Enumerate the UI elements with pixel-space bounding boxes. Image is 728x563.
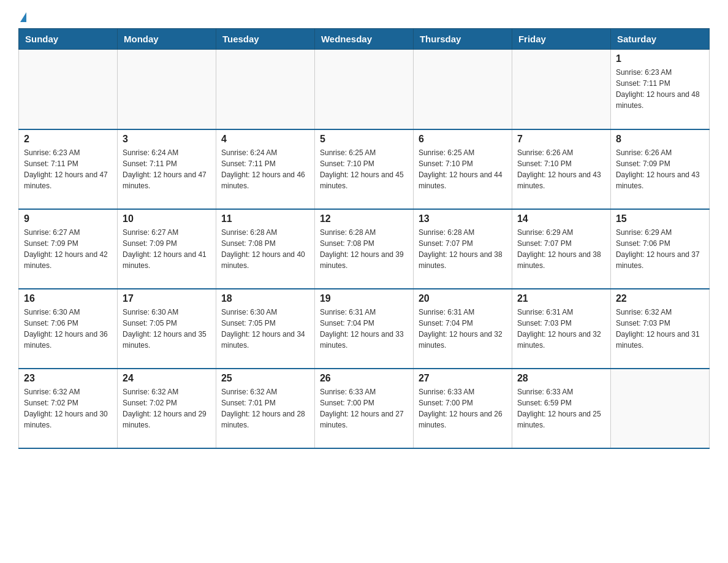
logo bbox=[18, 12, 26, 22]
calendar-day-cell: 20Sunrise: 6:31 AM Sunset: 7:04 PM Dayli… bbox=[413, 289, 512, 369]
calendar-day-cell: 26Sunrise: 6:33 AM Sunset: 7:00 PM Dayli… bbox=[314, 369, 413, 448]
day-number: 21 bbox=[517, 293, 605, 304]
day-number: 25 bbox=[221, 373, 309, 384]
calendar-day-cell: 3Sunrise: 6:24 AM Sunset: 7:11 PM Daylig… bbox=[117, 129, 216, 209]
day-info: Sunrise: 6:23 AM Sunset: 7:11 PM Dayligh… bbox=[24, 147, 112, 191]
day-info: Sunrise: 6:25 AM Sunset: 7:10 PM Dayligh… bbox=[419, 147, 507, 191]
calendar-day-cell: 14Sunrise: 6:29 AM Sunset: 7:07 PM Dayli… bbox=[512, 209, 610, 289]
day-info: Sunrise: 6:32 AM Sunset: 7:03 PM Dayligh… bbox=[616, 307, 704, 351]
calendar-day-cell bbox=[117, 50, 216, 129]
logo-triangle-icon bbox=[20, 12, 26, 22]
day-info: Sunrise: 6:23 AM Sunset: 7:11 PM Dayligh… bbox=[616, 67, 704, 111]
calendar-day-cell: 28Sunrise: 6:33 AM Sunset: 6:59 PM Dayli… bbox=[512, 369, 610, 448]
calendar-day-cell: 15Sunrise: 6:29 AM Sunset: 7:06 PM Dayli… bbox=[610, 209, 709, 289]
day-info: Sunrise: 6:24 AM Sunset: 7:11 PM Dayligh… bbox=[221, 147, 309, 191]
calendar-day-cell: 7Sunrise: 6:26 AM Sunset: 7:10 PM Daylig… bbox=[512, 129, 610, 209]
calendar-week-row: 1Sunrise: 6:23 AM Sunset: 7:11 PM Daylig… bbox=[19, 50, 710, 129]
day-of-week-header: Monday bbox=[117, 29, 216, 50]
calendar-day-cell: 24Sunrise: 6:32 AM Sunset: 7:02 PM Dayli… bbox=[117, 369, 216, 448]
day-info: Sunrise: 6:30 AM Sunset: 7:05 PM Dayligh… bbox=[123, 307, 211, 351]
day-info: Sunrise: 6:28 AM Sunset: 7:07 PM Dayligh… bbox=[419, 227, 507, 271]
calendar-week-row: 23Sunrise: 6:32 AM Sunset: 7:02 PM Dayli… bbox=[19, 369, 710, 448]
calendar-day-cell: 8Sunrise: 6:26 AM Sunset: 7:09 PM Daylig… bbox=[610, 129, 709, 209]
calendar-week-row: 2Sunrise: 6:23 AM Sunset: 7:11 PM Daylig… bbox=[19, 129, 710, 209]
day-number: 22 bbox=[616, 293, 704, 304]
day-number: 11 bbox=[221, 213, 309, 224]
day-info: Sunrise: 6:26 AM Sunset: 7:10 PM Dayligh… bbox=[517, 147, 605, 191]
day-number: 15 bbox=[616, 213, 704, 224]
day-number: 4 bbox=[221, 134, 309, 145]
calendar-day-cell bbox=[512, 50, 610, 129]
day-number: 26 bbox=[320, 373, 408, 384]
day-info: Sunrise: 6:29 AM Sunset: 7:06 PM Dayligh… bbox=[616, 227, 704, 271]
calendar-day-cell: 13Sunrise: 6:28 AM Sunset: 7:07 PM Dayli… bbox=[413, 209, 512, 289]
calendar-day-cell: 9Sunrise: 6:27 AM Sunset: 7:09 PM Daylig… bbox=[19, 209, 118, 289]
calendar-day-cell: 17Sunrise: 6:30 AM Sunset: 7:05 PM Dayli… bbox=[117, 289, 216, 369]
day-number: 1 bbox=[616, 53, 704, 64]
day-number: 18 bbox=[221, 293, 309, 304]
calendar-day-cell: 19Sunrise: 6:31 AM Sunset: 7:04 PM Dayli… bbox=[314, 289, 413, 369]
day-info: Sunrise: 6:31 AM Sunset: 7:04 PM Dayligh… bbox=[419, 307, 507, 351]
calendar-day-cell: 10Sunrise: 6:27 AM Sunset: 7:09 PM Dayli… bbox=[117, 209, 216, 289]
day-info: Sunrise: 6:33 AM Sunset: 7:00 PM Dayligh… bbox=[419, 386, 507, 431]
day-info: Sunrise: 6:33 AM Sunset: 7:00 PM Dayligh… bbox=[320, 386, 408, 431]
day-number: 5 bbox=[320, 134, 408, 145]
day-of-week-header: Sunday bbox=[19, 29, 118, 50]
calendar-day-cell: 27Sunrise: 6:33 AM Sunset: 7:00 PM Dayli… bbox=[413, 369, 512, 448]
day-number: 16 bbox=[24, 293, 112, 304]
day-of-week-header: Wednesday bbox=[314, 29, 413, 50]
calendar-day-cell: 6Sunrise: 6:25 AM Sunset: 7:10 PM Daylig… bbox=[413, 129, 512, 209]
day-of-week-header: Tuesday bbox=[216, 29, 314, 50]
day-number: 27 bbox=[419, 373, 507, 384]
calendar-week-row: 16Sunrise: 6:30 AM Sunset: 7:06 PM Dayli… bbox=[19, 289, 710, 369]
page-header bbox=[18, 12, 710, 22]
day-number: 17 bbox=[123, 293, 211, 304]
day-info: Sunrise: 6:27 AM Sunset: 7:09 PM Dayligh… bbox=[123, 227, 211, 271]
day-number: 28 bbox=[517, 373, 605, 384]
day-number: 10 bbox=[123, 213, 211, 224]
day-info: Sunrise: 6:27 AM Sunset: 7:09 PM Dayligh… bbox=[24, 227, 112, 271]
day-number: 2 bbox=[24, 134, 112, 145]
calendar-day-cell: 21Sunrise: 6:31 AM Sunset: 7:03 PM Dayli… bbox=[512, 289, 610, 369]
calendar-day-cell: 4Sunrise: 6:24 AM Sunset: 7:11 PM Daylig… bbox=[216, 129, 314, 209]
day-info: Sunrise: 6:28 AM Sunset: 7:08 PM Dayligh… bbox=[221, 227, 309, 271]
day-number: 3 bbox=[123, 134, 211, 145]
day-info: Sunrise: 6:24 AM Sunset: 7:11 PM Dayligh… bbox=[123, 147, 211, 191]
day-info: Sunrise: 6:29 AM Sunset: 7:07 PM Dayligh… bbox=[517, 227, 605, 271]
calendar-day-cell bbox=[19, 50, 118, 129]
day-of-week-header: Friday bbox=[512, 29, 610, 50]
day-number: 9 bbox=[24, 213, 112, 224]
calendar-day-cell: 23Sunrise: 6:32 AM Sunset: 7:02 PM Dayli… bbox=[19, 369, 118, 448]
calendar-day-cell: 5Sunrise: 6:25 AM Sunset: 7:10 PM Daylig… bbox=[314, 129, 413, 209]
day-number: 24 bbox=[123, 373, 211, 384]
calendar-table: SundayMondayTuesdayWednesdayThursdayFrid… bbox=[18, 28, 710, 449]
day-info: Sunrise: 6:31 AM Sunset: 7:04 PM Dayligh… bbox=[320, 307, 408, 351]
calendar-day-cell: 25Sunrise: 6:32 AM Sunset: 7:01 PM Dayli… bbox=[216, 369, 314, 448]
day-info: Sunrise: 6:32 AM Sunset: 7:02 PM Dayligh… bbox=[24, 386, 112, 431]
day-number: 14 bbox=[517, 213, 605, 224]
day-of-week-header: Thursday bbox=[413, 29, 512, 50]
calendar-day-cell: 2Sunrise: 6:23 AM Sunset: 7:11 PM Daylig… bbox=[19, 129, 118, 209]
day-info: Sunrise: 6:32 AM Sunset: 7:02 PM Dayligh… bbox=[123, 386, 211, 431]
day-info: Sunrise: 6:32 AM Sunset: 7:01 PM Dayligh… bbox=[221, 386, 309, 431]
day-number: 20 bbox=[419, 293, 507, 304]
calendar-header-row: SundayMondayTuesdayWednesdayThursdayFrid… bbox=[19, 29, 710, 50]
day-info: Sunrise: 6:26 AM Sunset: 7:09 PM Dayligh… bbox=[616, 147, 704, 191]
calendar-day-cell bbox=[314, 50, 413, 129]
day-number: 19 bbox=[320, 293, 408, 304]
calendar-week-row: 9Sunrise: 6:27 AM Sunset: 7:09 PM Daylig… bbox=[19, 209, 710, 289]
calendar-day-cell bbox=[413, 50, 512, 129]
calendar-day-cell: 1Sunrise: 6:23 AM Sunset: 7:11 PM Daylig… bbox=[610, 50, 709, 129]
day-of-week-header: Saturday bbox=[610, 29, 709, 50]
day-info: Sunrise: 6:30 AM Sunset: 7:05 PM Dayligh… bbox=[221, 307, 309, 351]
day-number: 8 bbox=[616, 134, 704, 145]
day-info: Sunrise: 6:31 AM Sunset: 7:03 PM Dayligh… bbox=[517, 307, 605, 351]
day-info: Sunrise: 6:33 AM Sunset: 6:59 PM Dayligh… bbox=[517, 386, 605, 431]
calendar-day-cell: 16Sunrise: 6:30 AM Sunset: 7:06 PM Dayli… bbox=[19, 289, 118, 369]
calendar-day-cell bbox=[610, 369, 709, 448]
day-info: Sunrise: 6:25 AM Sunset: 7:10 PM Dayligh… bbox=[320, 147, 408, 191]
day-number: 23 bbox=[24, 373, 112, 384]
calendar-day-cell: 11Sunrise: 6:28 AM Sunset: 7:08 PM Dayli… bbox=[216, 209, 314, 289]
day-info: Sunrise: 6:30 AM Sunset: 7:06 PM Dayligh… bbox=[24, 307, 112, 351]
calendar-day-cell: 12Sunrise: 6:28 AM Sunset: 7:08 PM Dayli… bbox=[314, 209, 413, 289]
